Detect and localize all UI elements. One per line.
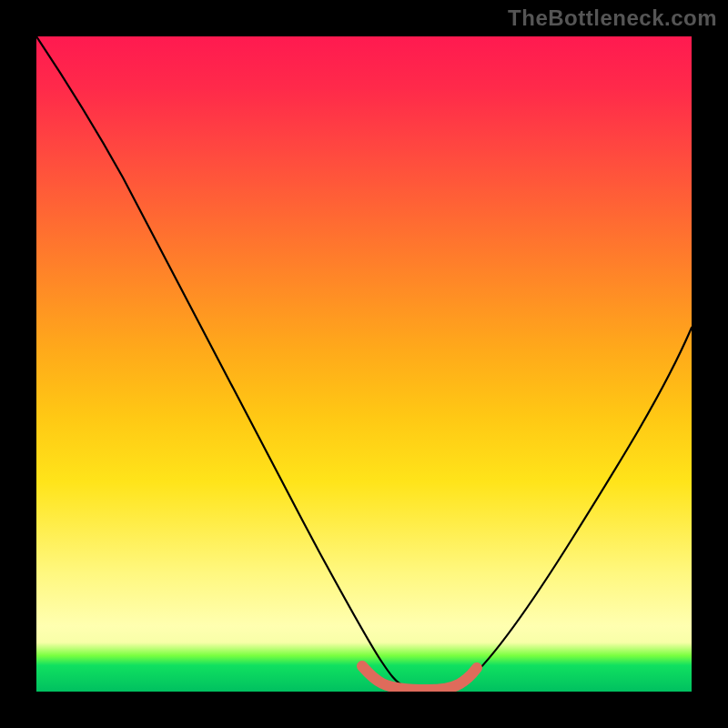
chart-frame: TheBottleneck.com [0, 0, 728, 728]
curve-layer [36, 36, 692, 692]
watermark-text: TheBottleneck.com [508, 5, 717, 31]
plot-area [36, 36, 692, 692]
flat-bottom-marker [362, 666, 477, 690]
main-curve [36, 36, 692, 689]
